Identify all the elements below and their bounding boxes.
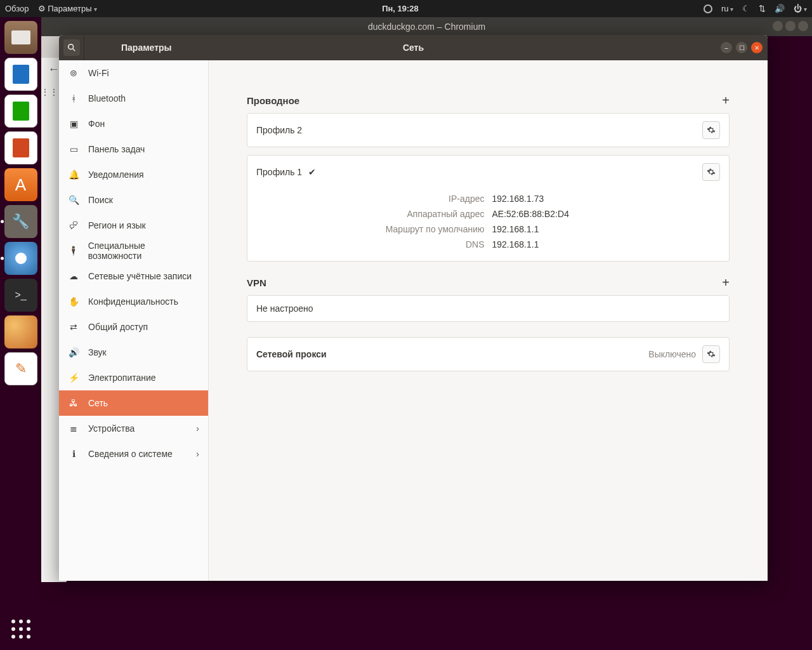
accounts-icon: ☁: [68, 271, 79, 281]
close-icon[interactable]: [798, 21, 808, 31]
launcher-calc[interactable]: [4, 95, 37, 128]
maximize-icon[interactable]: [785, 21, 796, 31]
input-language[interactable]: ru: [721, 4, 733, 13]
app-menu[interactable]: ⚙ Параметры: [38, 4, 98, 13]
vpn-empty-label: Не настроено: [256, 303, 313, 314]
sidebar-item-label: Сведения о системе: [88, 449, 173, 459]
settings-sidebar: ⊚Wi-Fi ᚼBluetooth ▣Фон ▭Панель задач 🔔Ув…: [59, 60, 209, 581]
add-wired-button[interactable]: +: [722, 93, 730, 108]
network-icon: 🖧: [68, 398, 79, 408]
bell-icon: 🔔: [68, 169, 79, 180]
sidebar-item-dock[interactable]: ▭Панель задач: [59, 136, 208, 162]
close-icon[interactable]: ✕: [751, 42, 763, 53]
profile-details: IP-адрес192.168.1.73 Аппаратный адресAE:…: [247, 189, 729, 261]
profile-settings-button[interactable]: [702, 163, 720, 181]
sidebar-item-search[interactable]: 🔍Поиск: [59, 187, 208, 213]
wifi-icon: ⊚: [68, 68, 79, 78]
network-tray-icon[interactable]: ⇅: [759, 4, 766, 13]
power-tray-icon[interactable]: ⏻: [794, 4, 807, 13]
profile-settings-button[interactable]: [702, 121, 720, 139]
detail-label: Маршрут по умолчанию: [256, 224, 492, 234]
sidebar-item-wifi[interactable]: ⊚Wi-Fi: [59, 60, 208, 86]
proxy-title-label: Сетевой прокси: [256, 349, 327, 359]
sidebar-item-sharing[interactable]: ⇄Общий доступ: [59, 314, 208, 340]
sidebar-item-label: Специальные возможности: [88, 241, 199, 261]
search-button[interactable]: [59, 35, 84, 60]
sidebar-item-online-accounts[interactable]: ☁Сетевые учётные записи: [59, 263, 208, 289]
detail-value: 192.168.1.73: [492, 194, 721, 204]
proxy-settings-button[interactable]: [702, 345, 720, 363]
maximize-icon[interactable]: ☐: [736, 42, 747, 53]
chevron-right-icon: ›: [196, 423, 199, 434]
sidebar-item-devices[interactable]: ≣Устройства›: [59, 416, 208, 441]
sidebar-item-about[interactable]: ℹСведения о системе›: [59, 441, 208, 467]
proxy-card: Сетевой прокси Выключено: [247, 337, 730, 371]
svg-line-1: [72, 49, 75, 51]
info-icon: ℹ: [68, 449, 79, 459]
check-icon: ✔: [308, 167, 316, 177]
launcher-files[interactable]: [4, 21, 37, 54]
privacy-icon: ✋: [68, 296, 79, 307]
detail-value: 192.168.1.1: [492, 224, 721, 234]
detail-value: AE:52:6B:88:B2:D4: [492, 209, 721, 219]
sidebar-item-label: Уведомления: [88, 169, 144, 180]
wired-profile-row[interactable]: Профиль 2: [247, 114, 729, 147]
settings-page-title: Сеть: [403, 43, 424, 53]
sidebar-item-label: Устройства: [88, 423, 134, 434]
launcher-software[interactable]: A: [4, 168, 37, 201]
sidebar-item-label: Регион и язык: [88, 220, 146, 230]
settings-gear-icon: ⚙: [38, 4, 46, 13]
activities-button[interactable]: Обзор: [5, 4, 29, 13]
vpn-heading-label: VPN: [247, 277, 266, 288]
sidebar-item-label: Сетевые учётные записи: [88, 271, 192, 281]
search-icon: 🔍: [68, 195, 79, 205]
minimize-icon[interactable]: –: [721, 42, 732, 53]
status-indicator-icon[interactable]: [704, 4, 712, 13]
clock-label[interactable]: Пн, 19:28: [382, 4, 419, 13]
gear-icon: [707, 168, 716, 176]
launcher-writer[interactable]: [4, 58, 37, 91]
detail-label: IP-адрес: [256, 194, 492, 204]
add-vpn-button[interactable]: +: [722, 275, 730, 290]
sidebar-item-bluetooth[interactable]: ᚼBluetooth: [59, 86, 208, 111]
sharing-icon: ⇄: [68, 322, 79, 332]
launcher-terminal[interactable]: >_: [4, 279, 37, 312]
proxy-status-label: Выключено: [648, 349, 696, 359]
sound-icon: 🔊: [68, 347, 79, 357]
launcher-impress[interactable]: [4, 131, 37, 164]
sidebar-item-network[interactable]: 🖧Сеть: [59, 390, 208, 416]
sidebar-item-label: Звук: [88, 347, 107, 357]
launcher-settings[interactable]: 🔧: [4, 205, 37, 238]
gnome-top-bar: Обзор ⚙ Параметры Пн, 19:28 ru ☾ ⇅ 🔊 ⏻: [0, 0, 812, 17]
sidebar-item-privacy[interactable]: ✋Конфиденциальность: [59, 289, 208, 314]
profile-name-label: Профиль 2: [256, 125, 302, 135]
launcher-chromium[interactable]: [4, 242, 37, 275]
wired-profile-card: Профиль 2: [247, 113, 730, 147]
chromium-title-label: duckduckgo.com – Chromium: [368, 22, 485, 32]
sidebar-item-label: Bluetooth: [88, 93, 126, 103]
power-icon: ⚡: [68, 373, 79, 383]
volume-tray-icon[interactable]: 🔊: [775, 4, 785, 13]
chromium-titlebar: duckduckgo.com – Chromium: [41, 17, 812, 36]
sidebar-item-background[interactable]: ▣Фон: [59, 111, 208, 136]
gear-icon: [707, 350, 716, 359]
settings-app-title: Параметры: [84, 43, 172, 53]
sidebar-item-label: Wi-Fi: [88, 68, 109, 78]
minimize-icon[interactable]: [773, 21, 783, 31]
wired-profile-row[interactable]: Профиль 1 ✔: [247, 156, 729, 189]
sidebar-item-accessibility[interactable]: 🕴Специальные возможности: [59, 238, 208, 263]
detail-label: Аппаратный адрес: [256, 209, 492, 219]
sidebar-item-sound[interactable]: 🔊Звук: [59, 340, 208, 365]
sidebar-item-power[interactable]: ⚡Электропитание: [59, 365, 208, 390]
sidebar-item-region[interactable]: 🗪Регион и язык: [59, 213, 208, 238]
bluetooth-icon: ᚼ: [68, 93, 79, 103]
sidebar-item-notifications[interactable]: 🔔Уведомления: [59, 162, 208, 187]
accessibility-icon: 🕴: [68, 246, 79, 256]
launcher-text-editor[interactable]: ✎: [4, 352, 37, 385]
night-icon[interactable]: ☾: [742, 4, 750, 13]
show-applications-icon[interactable]: [11, 620, 30, 642]
proxy-row[interactable]: Сетевой прокси Выключено: [247, 338, 729, 371]
region-icon: 🗪: [68, 220, 79, 230]
wired-section-header: Проводное +: [247, 93, 730, 108]
launcher-weather[interactable]: [4, 315, 37, 348]
